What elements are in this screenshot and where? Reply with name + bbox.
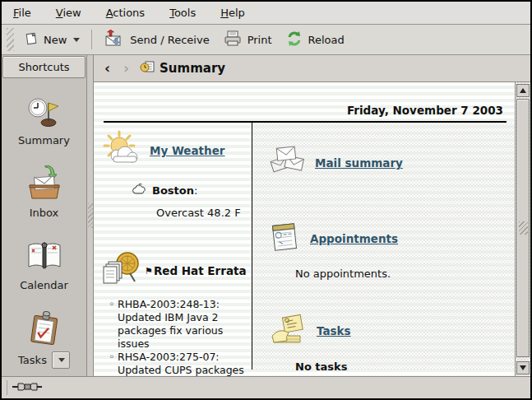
tasks-section-head: Tasks <box>269 311 511 351</box>
shortcut-list: Summary Inbox <box>2 79 86 376</box>
errata-item[interactable]: RHBA-2003:248-13: Updated IBM Java 2 pac… <box>109 298 255 351</box>
content-wrap: Friday, November 7 2003 <box>94 82 530 376</box>
arrow-up-icon <box>520 88 526 93</box>
mail-section-head: Mail summary <box>269 144 511 182</box>
main-pane: ‹ › Summary Friday, No <box>94 55 530 376</box>
sidebar-item-label: Inbox <box>30 207 59 219</box>
reload-icon <box>285 30 303 50</box>
app-body: Shortcuts Sum <box>2 55 530 376</box>
menu-file[interactable]: File <box>13 7 31 19</box>
errata-icon <box>102 249 143 293</box>
scrollbar-thumb[interactable] <box>516 99 530 357</box>
weather-icon <box>102 129 141 172</box>
summary-left-column: My Weather Boston: <box>94 123 252 370</box>
print-icon <box>223 30 243 50</box>
mail-summary-icon <box>269 144 307 182</box>
view-header: ‹ › Summary <box>94 55 530 82</box>
mail-summary-link[interactable]: Mail summary <box>315 156 403 170</box>
summary-content: Friday, November 7 2003 <box>94 82 515 376</box>
sidebar-item-label: Tasks <box>18 354 47 366</box>
new-dropdown-arrow-icon[interactable] <box>73 38 80 42</box>
statusbar-separator <box>7 380 7 395</box>
print-button[interactable]: Print <box>216 26 279 54</box>
page-title: Summary <box>140 60 225 77</box>
arrow-down-icon <box>520 365 526 370</box>
small-cloud-icon <box>132 184 146 198</box>
tasks-icon <box>25 309 63 347</box>
new-button[interactable]: New <box>17 27 86 53</box>
shortcuts-scroll-down-button[interactable] <box>52 351 70 369</box>
tasks-section-icon <box>269 311 308 351</box>
shortcuts-header-label: Shortcuts <box>18 61 69 73</box>
errata-title: ⚑Red Hat Errata <box>145 264 247 277</box>
sidebar-item-summary[interactable]: Summary <box>18 92 70 147</box>
date-header: Friday, November 7 2003 <box>94 82 515 117</box>
statusbar <box>2 376 530 398</box>
forward-button[interactable]: › <box>121 62 132 76</box>
send-receive-button[interactable]: Send / Receive <box>97 26 215 54</box>
reload-label: Reload <box>308 34 345 46</box>
scroll-up-button[interactable] <box>516 84 530 97</box>
summary-columns: My Weather Boston: <box>94 123 515 370</box>
print-label: Print <box>247 34 272 46</box>
errata-section: ⚑Red Hat Errata RHBA-2003:248-13: Update… <box>102 249 248 376</box>
summary-mini-icon <box>140 60 155 77</box>
appointments-icon <box>269 220 302 258</box>
weather-conditions: Overcast 48.2 F <box>156 207 248 219</box>
page-title-text: Summary <box>160 61 225 76</box>
errata-section-head: ⚑Red Hat Errata <box>102 249 248 293</box>
tasks-empty-text: No tasks <box>295 360 511 373</box>
reload-button[interactable]: Reload <box>279 26 351 54</box>
appointments-empty-text: No appointments. <box>295 267 511 280</box>
appointments-section-head: Appointments <box>269 220 511 258</box>
sidebar-item-label: Calendar <box>20 279 67 291</box>
splitter-grip-icon <box>88 203 93 228</box>
online-status-plug-icon[interactable] <box>12 380 42 396</box>
sidebar-item-label: Summary <box>18 134 70 147</box>
sidebar-item-inbox[interactable]: Inbox <box>25 165 63 219</box>
scrollbar-grip-icon <box>519 221 528 235</box>
menu-actions[interactable]: Actions <box>106 7 146 19</box>
menu-help[interactable]: Help <box>220 7 245 19</box>
errata-list: RHBA-2003:248-13: Updated IBM Java 2 pac… <box>109 298 255 376</box>
weather-section-head: My Weather <box>102 129 248 172</box>
weather-location-row: Boston: <box>132 184 248 198</box>
appointments-link[interactable]: Appointments <box>310 232 398 245</box>
tasks-link[interactable]: Tasks <box>317 324 351 337</box>
menu-tools[interactable]: Tools <box>169 7 196 19</box>
send-receive-icon <box>104 30 125 50</box>
toolbar-separator <box>91 30 92 49</box>
chevron-down-icon <box>58 358 65 362</box>
new-note-icon <box>24 31 39 49</box>
sidebar-item-tasks[interactable]: Tasks <box>18 309 70 369</box>
vertical-scrollbar[interactable] <box>515 82 530 376</box>
evolution-window: File View Actions Tools Help New <box>0 0 532 400</box>
send-receive-label: Send / Receive <box>130 34 209 46</box>
new-button-label: New <box>44 34 67 46</box>
weather-location-text: Boston: <box>152 184 197 197</box>
shortcuts-header-button[interactable]: Shortcuts <box>2 56 86 78</box>
weather-city: Boston <box>152 184 194 197</box>
sidebar-item-label-row: Tasks <box>18 351 70 369</box>
menu-view[interactable]: View <box>56 7 81 19</box>
summary-right-column: Mail summary <box>252 123 515 370</box>
back-button[interactable]: ‹ <box>102 62 113 76</box>
my-weather-link[interactable]: My Weather <box>150 144 225 157</box>
pane-splitter[interactable] <box>87 55 94 376</box>
errata-item[interactable]: RHSA-2003:275-07: Updated CUPS packages … <box>109 351 255 376</box>
calendar-icon <box>25 237 63 275</box>
menubar: File View Actions Tools Help <box>2 2 530 25</box>
inbox-icon <box>25 165 63 202</box>
errata-title-text: Red Hat Errata <box>154 264 247 277</box>
toolbar-grip[interactable] <box>7 28 14 51</box>
sidebar-item-calendar[interactable]: Calendar <box>20 237 67 291</box>
weather-city-colon: : <box>194 184 197 197</box>
toolbar: New Send / Receive <box>2 25 530 55</box>
scroll-down-button[interactable] <box>516 361 530 374</box>
summary-icon <box>25 92 62 130</box>
shortcuts-sidebar: Shortcuts Sum <box>2 55 87 376</box>
flag-icon: ⚑ <box>145 266 153 277</box>
